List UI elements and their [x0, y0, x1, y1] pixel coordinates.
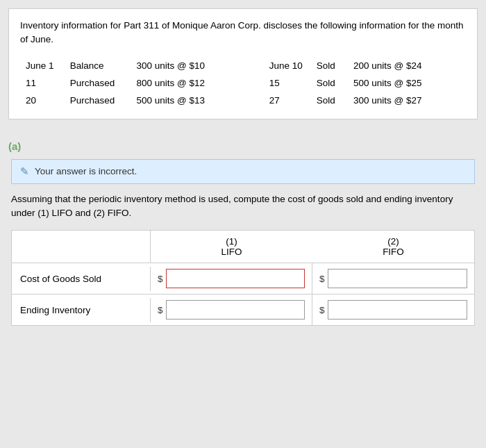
- ending-fifo-cell: $: [312, 294, 474, 325]
- ending-inv-label: Ending Inventory: [12, 298, 151, 322]
- lifo-label-line2: LIFO: [156, 247, 307, 257]
- lifo-label-line1: (1): [156, 236, 307, 247]
- row1-spacer: [249, 57, 263, 74]
- header-lifo: (1) LIFO: [151, 231, 312, 263]
- inventory-table: June 1 Balance 300 units @ $10 June 10 S…: [20, 57, 466, 109]
- row1-detail: 300 units @ $10: [131, 57, 249, 74]
- intro-text: Inventory information for Part 311 of Mo…: [20, 19, 466, 47]
- row2-detail: 800 units @ $12: [131, 74, 249, 92]
- table-row: 20 Purchased 500 units @ $13 27 Sold 300…: [20, 92, 466, 109]
- row2-type: Purchased: [65, 74, 131, 92]
- ending-fifo-dollar: $: [319, 305, 325, 315]
- table-row: June 1 Balance 300 units @ $10 June 10 S…: [20, 57, 466, 74]
- pencil-icon: ✎: [20, 165, 29, 178]
- section-a-label: (a): [8, 135, 478, 159]
- table-row: 11 Purchased 800 units @ $12 15 Sold 500…: [20, 74, 466, 92]
- row2-spacer: [249, 74, 263, 92]
- ending-fifo-input[interactable]: [328, 300, 467, 320]
- row2-detail2: 500 units @ $25: [348, 74, 466, 92]
- row3-spacer: [249, 92, 263, 109]
- row3-date2: 27: [264, 92, 311, 109]
- cogs-fifo-cell: $: [312, 263, 474, 294]
- row1-date: June 1: [20, 57, 65, 74]
- row2-date2: 15: [264, 74, 311, 92]
- row3-detail: 500 units @ $13: [131, 92, 249, 109]
- row1-date2: June 10: [264, 57, 311, 74]
- cogs-lifo-dollar: $: [158, 274, 163, 284]
- header-fifo: (2) FIFO: [312, 231, 474, 263]
- ending-lifo-cell: $: [151, 294, 312, 325]
- incorrect-notice: ✎ Your answer is incorrect.: [11, 159, 475, 184]
- row1-type2: Sold: [311, 57, 348, 74]
- inventory-info-box: Inventory information for Part 311 of Mo…: [8, 8, 478, 119]
- header-empty: [12, 231, 151, 263]
- question-text: Assuming that the periodic inventory met…: [11, 192, 475, 221]
- row3-type2: Sold: [311, 92, 348, 109]
- row3-type: Purchased: [65, 92, 131, 109]
- grid-header: (1) LIFO (2) FIFO: [12, 231, 474, 263]
- cogs-lifo-cell: $: [151, 263, 312, 294]
- cogs-row: Cost of Goods Sold $ $: [12, 263, 474, 294]
- row1-detail2: 200 units @ $24: [348, 57, 466, 74]
- ending-lifo-dollar: $: [158, 305, 163, 315]
- fifo-label-line2: FIFO: [318, 247, 469, 257]
- cogs-fifo-input[interactable]: [328, 269, 467, 288]
- incorrect-text: Your answer is incorrect.: [35, 166, 137, 176]
- answer-grid: (1) LIFO (2) FIFO Cost of Goods Sold $ $…: [11, 230, 475, 326]
- cogs-lifo-input[interactable]: [166, 269, 305, 288]
- ending-lifo-input[interactable]: [166, 300, 305, 320]
- row3-detail2: 300 units @ $27: [348, 92, 466, 109]
- row1-type: Balance: [65, 57, 131, 74]
- row2-date: 11: [20, 74, 65, 92]
- section-a: (a) ✎ Your answer is incorrect. Assuming…: [0, 128, 486, 326]
- cogs-label: Cost of Goods Sold: [12, 267, 151, 291]
- ending-inv-row: Ending Inventory $ $: [12, 294, 474, 325]
- cogs-fifo-dollar: $: [319, 274, 325, 284]
- row3-date: 20: [20, 92, 65, 109]
- fifo-label-line1: (2): [318, 236, 469, 247]
- row2-type2: Sold: [311, 74, 348, 92]
